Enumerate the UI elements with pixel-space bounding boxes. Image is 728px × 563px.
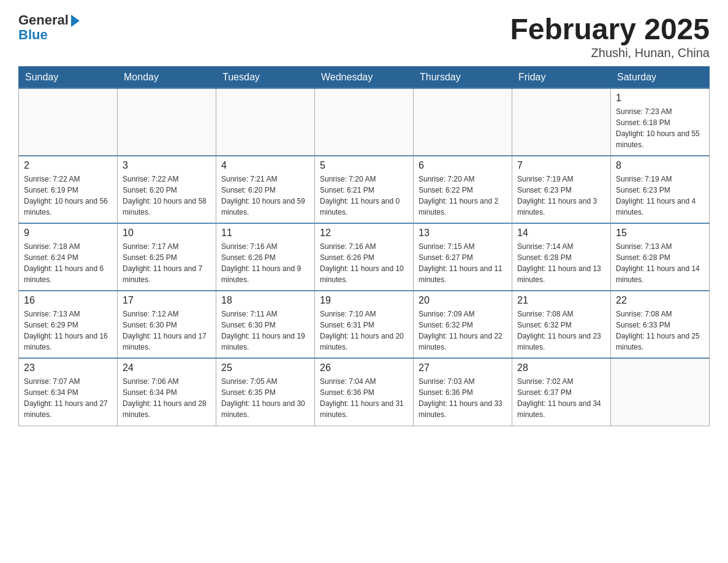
day-info: Sunrise: 7:05 AMSunset: 6:35 PMDaylight:… <box>221 376 309 420</box>
day-info: Sunrise: 7:19 AMSunset: 6:23 PMDaylight:… <box>616 174 704 218</box>
day-info: Sunrise: 7:18 AMSunset: 6:24 PMDaylight:… <box>24 241 112 285</box>
day-info: Sunrise: 7:08 AMSunset: 6:33 PMDaylight:… <box>616 308 704 353</box>
calendar-cell: 8Sunrise: 7:19 AMSunset: 6:23 PMDaylight… <box>611 156 710 223</box>
day-info: Sunrise: 7:02 AMSunset: 6:37 PMDaylight:… <box>517 376 605 420</box>
calendar-cell: 3Sunrise: 7:22 AMSunset: 6:20 PMDaylight… <box>118 156 216 223</box>
calendar-cell: 23Sunrise: 7:07 AMSunset: 6:34 PMDayligh… <box>19 358 118 426</box>
day-info: Sunrise: 7:16 AMSunset: 6:26 PMDaylight:… <box>221 241 309 285</box>
day-info: Sunrise: 7:16 AMSunset: 6:26 PMDaylight:… <box>320 241 408 285</box>
day-info: Sunrise: 7:13 AMSunset: 6:28 PMDaylight:… <box>616 241 704 285</box>
day-number: 1 <box>616 93 704 104</box>
day-number: 14 <box>517 228 605 239</box>
calendar-cell: 20Sunrise: 7:09 AMSunset: 6:32 PMDayligh… <box>414 291 512 358</box>
day-info: Sunrise: 7:08 AMSunset: 6:32 PMDaylight:… <box>517 308 605 353</box>
calendar-table: SundayMondayTuesdayWednesdayThursdayFrid… <box>18 66 710 426</box>
day-info: Sunrise: 7:20 AMSunset: 6:22 PMDaylight:… <box>419 174 507 218</box>
day-info: Sunrise: 7:10 AMSunset: 6:31 PMDaylight:… <box>320 308 408 353</box>
day-of-week-header: Wednesday <box>315 67 414 89</box>
calendar-cell <box>118 88 216 156</box>
day-of-week-header: Saturday <box>611 67 710 89</box>
calendar-cell: 4Sunrise: 7:21 AMSunset: 6:20 PMDaylight… <box>216 156 315 223</box>
calendar-cell: 26Sunrise: 7:04 AMSunset: 6:36 PMDayligh… <box>315 358 414 426</box>
day-of-week-header: Thursday <box>414 67 512 89</box>
day-number: 21 <box>517 295 605 306</box>
calendar-cell: 1Sunrise: 7:23 AMSunset: 6:18 PMDaylight… <box>611 88 710 156</box>
day-number: 6 <box>419 160 507 171</box>
day-info: Sunrise: 7:06 AMSunset: 6:34 PMDaylight:… <box>123 376 211 420</box>
title-block: February 2025 Zhushi, Hunan, China <box>510 12 710 60</box>
calendar-cell <box>315 88 414 156</box>
day-info: Sunrise: 7:13 AMSunset: 6:29 PMDaylight:… <box>24 308 112 353</box>
calendar-cell: 21Sunrise: 7:08 AMSunset: 6:32 PMDayligh… <box>512 291 611 358</box>
day-info: Sunrise: 7:22 AMSunset: 6:19 PMDaylight:… <box>24 174 112 218</box>
calendar-cell <box>216 88 315 156</box>
calendar-cell: 11Sunrise: 7:16 AMSunset: 6:26 PMDayligh… <box>216 223 315 291</box>
calendar-cell: 19Sunrise: 7:10 AMSunset: 6:31 PMDayligh… <box>315 291 414 358</box>
day-info: Sunrise: 7:11 AMSunset: 6:30 PMDaylight:… <box>221 308 309 353</box>
day-number: 9 <box>24 228 112 239</box>
day-number: 18 <box>221 295 309 306</box>
day-number: 16 <box>24 295 112 306</box>
day-number: 17 <box>123 295 211 306</box>
calendar-cell: 16Sunrise: 7:13 AMSunset: 6:29 PMDayligh… <box>19 291 118 358</box>
day-number: 11 <box>221 228 309 239</box>
day-of-week-header: Sunday <box>19 67 118 89</box>
logo-general-text: General <box>18 12 69 28</box>
day-info: Sunrise: 7:03 AMSunset: 6:36 PMDaylight:… <box>419 376 507 420</box>
day-of-week-header: Monday <box>118 67 216 89</box>
day-number: 23 <box>24 362 112 373</box>
day-info: Sunrise: 7:19 AMSunset: 6:23 PMDaylight:… <box>517 174 605 218</box>
day-number: 10 <box>123 228 211 239</box>
day-number: 15 <box>616 228 704 239</box>
day-number: 25 <box>221 362 309 373</box>
day-info: Sunrise: 7:22 AMSunset: 6:20 PMDaylight:… <box>123 174 211 218</box>
day-number: 22 <box>616 295 704 306</box>
day-number: 26 <box>320 362 408 373</box>
calendar-cell: 6Sunrise: 7:20 AMSunset: 6:22 PMDaylight… <box>414 156 512 223</box>
calendar-cell: 28Sunrise: 7:02 AMSunset: 6:37 PMDayligh… <box>512 358 611 426</box>
day-info: Sunrise: 7:04 AMSunset: 6:36 PMDaylight:… <box>320 376 408 420</box>
day-info: Sunrise: 7:09 AMSunset: 6:32 PMDaylight:… <box>419 308 507 353</box>
calendar-cell: 13Sunrise: 7:15 AMSunset: 6:27 PMDayligh… <box>414 223 512 291</box>
day-info: Sunrise: 7:23 AMSunset: 6:18 PMDaylight:… <box>616 106 704 150</box>
calendar-week-row: 23Sunrise: 7:07 AMSunset: 6:34 PMDayligh… <box>19 358 710 426</box>
day-number: 28 <box>517 362 605 373</box>
calendar-subtitle: Zhushi, Hunan, China <box>510 46 710 60</box>
day-info: Sunrise: 7:21 AMSunset: 6:20 PMDaylight:… <box>221 174 309 218</box>
logo-triangle-icon <box>71 15 80 27</box>
calendar-cell: 27Sunrise: 7:03 AMSunset: 6:36 PMDayligh… <box>414 358 512 426</box>
calendar-cell: 17Sunrise: 7:12 AMSunset: 6:30 PMDayligh… <box>118 291 216 358</box>
day-number: 27 <box>419 362 507 373</box>
day-of-week-header: Tuesday <box>216 67 315 89</box>
calendar-cell: 15Sunrise: 7:13 AMSunset: 6:28 PMDayligh… <box>611 223 710 291</box>
calendar-cell: 7Sunrise: 7:19 AMSunset: 6:23 PMDaylight… <box>512 156 611 223</box>
calendar-week-row: 2Sunrise: 7:22 AMSunset: 6:19 PMDaylight… <box>19 156 710 223</box>
day-info: Sunrise: 7:20 AMSunset: 6:21 PMDaylight:… <box>320 174 408 218</box>
day-number: 7 <box>517 160 605 171</box>
calendar-cell <box>611 358 710 426</box>
day-number: 19 <box>320 295 408 306</box>
calendar-cell: 9Sunrise: 7:18 AMSunset: 6:24 PMDaylight… <box>19 223 118 291</box>
calendar-cell: 22Sunrise: 7:08 AMSunset: 6:33 PMDayligh… <box>611 291 710 358</box>
calendar-cell <box>512 88 611 156</box>
day-of-week-header: Friday <box>512 67 611 89</box>
day-info: Sunrise: 7:12 AMSunset: 6:30 PMDaylight:… <box>123 308 211 353</box>
calendar-cell: 14Sunrise: 7:14 AMSunset: 6:28 PMDayligh… <box>512 223 611 291</box>
calendar-cell: 25Sunrise: 7:05 AMSunset: 6:35 PMDayligh… <box>216 358 315 426</box>
page-header: General Blue February 2025 Zhushi, Hunan… <box>18 12 710 60</box>
calendar-week-row: 1Sunrise: 7:23 AMSunset: 6:18 PMDaylight… <box>19 88 710 156</box>
logo: General Blue <box>18 12 80 43</box>
day-info: Sunrise: 7:15 AMSunset: 6:27 PMDaylight:… <box>419 241 507 285</box>
calendar-cell: 24Sunrise: 7:06 AMSunset: 6:34 PMDayligh… <box>118 358 216 426</box>
calendar-title: February 2025 <box>510 12 710 46</box>
calendar-cell <box>19 88 118 156</box>
day-info: Sunrise: 7:14 AMSunset: 6:28 PMDaylight:… <box>517 241 605 285</box>
calendar-cell: 10Sunrise: 7:17 AMSunset: 6:25 PMDayligh… <box>118 223 216 291</box>
calendar-cell: 5Sunrise: 7:20 AMSunset: 6:21 PMDaylight… <box>315 156 414 223</box>
day-number: 5 <box>320 160 408 171</box>
day-number: 4 <box>221 160 309 171</box>
day-number: 12 <box>320 228 408 239</box>
day-info: Sunrise: 7:07 AMSunset: 6:34 PMDaylight:… <box>24 376 112 420</box>
day-number: 2 <box>24 160 112 171</box>
calendar-week-row: 16Sunrise: 7:13 AMSunset: 6:29 PMDayligh… <box>19 291 710 358</box>
